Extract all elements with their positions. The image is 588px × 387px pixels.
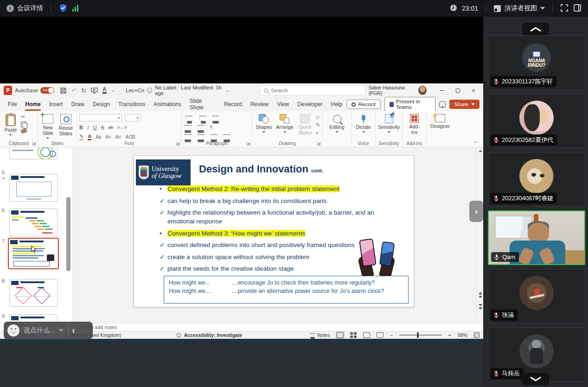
zoom-level[interactable]: 58% (458, 332, 467, 338)
participant-tile[interactable]: NGANA RINDU? 2023301137陈宇轩 (488, 35, 585, 90)
view-mode-dropdown[interactable]: 演讲者视图 (493, 4, 545, 13)
collapse-chat-button[interactable]: ‹ (72, 325, 75, 336)
copy-button[interactable] (21, 121, 26, 127)
grow-font-button[interactable]: A˄ (105, 135, 111, 140)
scroll-up-arrow[interactable] (479, 150, 482, 152)
meeting-details-button[interactable]: i 会议详情 (6, 4, 43, 13)
change-case-button[interactable]: Aa (96, 135, 101, 140)
sensitivity-button[interactable]: Sensitivity (378, 114, 400, 133)
close-button[interactable]: × (466, 83, 481, 97)
present-in-teams-button[interactable]: Present in Teams (384, 97, 436, 112)
reuse-slides-button[interactable]: Reuse Slides (58, 114, 74, 140)
new-slide-button[interactable]: New Slide (40, 114, 56, 140)
autosave-switch[interactable]: On (40, 87, 54, 94)
thumbnail-slide-4[interactable] (9, 147, 58, 159)
align-center-button[interactable] (197, 134, 205, 140)
slide-sorter-view-button[interactable] (350, 332, 357, 338)
comments-button[interactable] (439, 102, 446, 108)
shrink-font-button[interactable]: A˅ (115, 135, 121, 140)
menu-developer[interactable]: Developer (293, 99, 327, 109)
zoom-out-button[interactable]: − (390, 332, 393, 338)
font-color-button[interactable]: A (88, 134, 91, 140)
slide-vertical-scrollbar[interactable] (476, 147, 483, 323)
slide-canvas[interactable]: University of Glasgow Design and Innovat… (134, 155, 414, 307)
justify-button[interactable] (223, 134, 230, 140)
fullscreen-button[interactable] (560, 4, 569, 13)
scroll-participants-down-button[interactable] (522, 373, 549, 385)
thumbnail-scrollbar[interactable] (65, 147, 73, 323)
participant-tile-active-speaker[interactable]: Qam (488, 210, 585, 265)
paragraph-dialog-launcher[interactable] (247, 142, 250, 146)
security-shield-icon[interactable] (58, 3, 68, 14)
font-color-button[interactable]: A (102, 87, 107, 94)
drawing-dialog-launcher[interactable] (317, 142, 321, 146)
menu-transitions[interactable]: Transitions (114, 99, 149, 109)
font-size-combo[interactable] (125, 114, 141, 121)
thumbnail-slide-5[interactable] (9, 174, 58, 202)
previous-slide-button[interactable] (479, 292, 482, 294)
maximize-button[interactable] (450, 83, 466, 97)
collapse-ribbon-button[interactable]: ⌄ (473, 138, 478, 144)
normal-view-button[interactable] (337, 332, 344, 338)
participant-tile[interactable]: 2022302582夏伊代 (488, 94, 585, 148)
participant-tile[interactable]: 张涵 (488, 269, 585, 324)
numbering-button[interactable] (200, 116, 206, 121)
menu-help[interactable]: Help (327, 99, 347, 109)
customize-qat-button[interactable]: ⌄ (111, 88, 115, 93)
strikethrough-button[interactable]: S (101, 125, 104, 130)
zoom-in-button[interactable]: + (448, 332, 451, 338)
bullets-button[interactable] (186, 116, 192, 121)
slideshow-view-button[interactable] (377, 332, 383, 338)
menu-insert[interactable]: Insert (45, 99, 67, 109)
autosave-toggle[interactable]: AutoSave On (15, 87, 54, 94)
shape-fill-button[interactable]: ◇ (316, 114, 320, 120)
text-direction-button[interactable]: ¶ (210, 125, 212, 129)
menu-record[interactable]: Record (220, 99, 246, 109)
thumbnail-slide-6[interactable] (9, 209, 58, 236)
share-button[interactable]: Share (449, 100, 479, 109)
menu-animations[interactable]: Animations (149, 99, 185, 109)
quick-styles-button[interactable]: Quick Styles (296, 114, 314, 140)
clipboard-dialog-launcher[interactable] (32, 142, 36, 146)
scroll-participants-up-button[interactable] (522, 23, 549, 35)
menu-home[interactable]: Home (21, 99, 45, 109)
format-painter-button[interactable] (20, 128, 27, 134)
editing-button[interactable]: Editing (325, 114, 349, 133)
highlight-button[interactable]: ✎ (79, 134, 83, 140)
dictate-button[interactable]: Dictate (354, 114, 373, 133)
save-button[interactable] (60, 87, 67, 94)
zoom-slider-thumb[interactable] (417, 332, 419, 338)
chat-input-overlay[interactable]: 说点什么... ‹ (4, 322, 93, 339)
search-input[interactable] (271, 88, 361, 93)
clear-format-button[interactable]: A⌫ (125, 135, 135, 140)
emoji-icon[interactable] (7, 324, 19, 336)
cut-button[interactable]: ✂ (21, 114, 27, 120)
italic-button[interactable]: I (87, 125, 89, 130)
menu-slideshow[interactable]: Slide Show (185, 96, 220, 113)
align-left-button[interactable] (184, 134, 192, 140)
reading-view-button[interactable] (363, 332, 370, 338)
menu-view[interactable]: View (273, 99, 293, 109)
subscript-button[interactable]: ab (109, 126, 113, 130)
redo-button[interactable]: ↻ (81, 87, 86, 94)
ppt-search-box[interactable] (260, 85, 365, 95)
decrease-indent-button[interactable] (184, 125, 192, 130)
font-dialog-launcher[interactable] (176, 142, 180, 146)
start-slideshow-button[interactable] (91, 87, 98, 94)
thumbnail-slide-7-selected[interactable] (8, 238, 59, 269)
fit-slide-button[interactable] (474, 332, 479, 338)
arrange-button[interactable]: Arrange (275, 114, 294, 140)
zoom-slider[interactable] (399, 335, 442, 336)
menu-review[interactable]: Review (246, 99, 273, 109)
accessibility-status[interactable]: Accessibility: Investigate (177, 332, 242, 338)
account-area[interactable]: Saber Hassouna (PGR) (369, 85, 427, 96)
record-button[interactable]: Record (346, 100, 380, 109)
hide-video-panel-button[interactable]: › (469, 201, 483, 222)
document-title-group[interactable]: Lec+Cn ✓ No Label · Last Modified: 1h ag… (126, 85, 229, 96)
menu-file[interactable]: File (4, 99, 21, 109)
increase-indent-button[interactable] (197, 125, 205, 130)
thumbnail-slide-8[interactable] (9, 279, 58, 307)
minimize-button[interactable] (434, 83, 450, 97)
addins-button[interactable]: Add-ins (405, 114, 424, 135)
designer-button[interactable]: Designer (429, 114, 451, 129)
